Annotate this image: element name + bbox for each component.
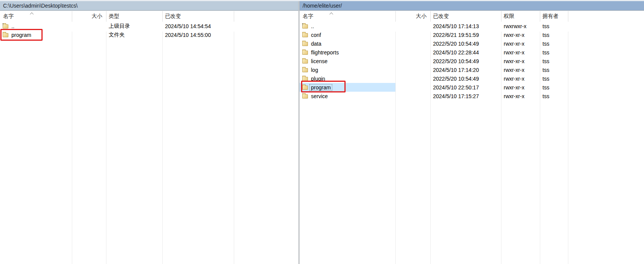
- cell-filler: [568, 39, 644, 48]
- cell-size: [396, 65, 431, 74]
- grid-line: [106, 32, 106, 264]
- local-column-header-type[interactable]: 类型: [106, 11, 163, 22]
- cell-changed: 2022/5/20 10:54:49: [431, 39, 501, 48]
- file-row-program[interactable]: program2024/5/10 22:50:17rwxr-xr-xtss: [300, 83, 644, 92]
- grid-line: [501, 32, 501, 264]
- cell-filler: [568, 74, 644, 83]
- local-file-list: 名字 大小 类型 已改变 ↑..上级目录2024/5/10 14:54:54pr…: [0, 11, 298, 264]
- local-path: C:\Users\admin\Desktop\testcs\: [3, 3, 78, 9]
- column-label: 名字: [303, 13, 313, 20]
- file-row-program[interactable]: program文件夹2024/5/10 14:55:00: [0, 30, 298, 39]
- local-column-header-name[interactable]: 名字: [0, 11, 72, 22]
- remote-file-list: 名字 大小 已改变 权限 拥有者 ↑..2024/5/10 17:14:13rw…: [300, 11, 644, 264]
- cell-perms: rwxr-xr-x: [501, 57, 540, 65]
- local-column-header-size[interactable]: 大小: [72, 11, 106, 22]
- remote-column-header-owner[interactable]: 拥有者: [540, 11, 568, 22]
- file-name: plugin: [310, 76, 326, 82]
- cell-size: [396, 83, 431, 92]
- cell-name: conf: [300, 30, 396, 39]
- file-name: service: [310, 93, 329, 99]
- file-row-plugin[interactable]: plugin2022/5/20 10:54:49rwxr-xr-xtss: [300, 74, 644, 83]
- folder-icon: [302, 86, 308, 90]
- grid-line: [234, 32, 234, 264]
- cell-changed: 2022/5/20 10:54:49: [431, 57, 501, 65]
- remote-path: /home/elite/user/: [303, 3, 342, 9]
- cell-filler: [568, 83, 644, 92]
- grid-line: [162, 32, 163, 264]
- folder-icon: [302, 51, 308, 55]
- remote-column-header-changed[interactable]: 已改变: [431, 11, 501, 22]
- cell-changed: 2024/5/10 22:28:44: [431, 48, 501, 57]
- cell-owner: tss: [540, 39, 568, 48]
- cell-filler: [568, 48, 644, 57]
- cell-owner: tss: [540, 65, 568, 74]
- local-path-bar[interactable]: C:\Users\admin\Desktop\testcs\: [0, 1, 298, 11]
- file-row-parent[interactable]: ↑..2024/5/10 17:14:13rwxrwxr-xtss: [300, 22, 644, 30]
- grid-line: [395, 32, 396, 264]
- grid-line: [72, 32, 72, 264]
- cell-owner: tss: [540, 30, 568, 39]
- file-row-license[interactable]: license2022/5/20 10:54:49rwxr-xr-xtss: [300, 57, 644, 65]
- file-row-conf[interactable]: conf2022/6/21 19:51:59rwxr-xr-xtss: [300, 30, 644, 39]
- cell-size: [396, 74, 431, 83]
- cell-name: log: [300, 65, 396, 74]
- cell-perms: rwxr-xr-x: [501, 30, 540, 39]
- file-name: log: [310, 67, 319, 73]
- cell-size: [396, 30, 431, 39]
- sort-ascending-icon: [30, 13, 34, 16]
- cell-filler: [234, 30, 298, 39]
- remote-list-header: 名字 大小 已改变 权限 拥有者: [300, 11, 644, 22]
- file-name: ..: [310, 23, 315, 29]
- remote-column-header-size[interactable]: 大小: [396, 11, 431, 22]
- cell-filler: [568, 30, 644, 39]
- file-row-service[interactable]: service2024/5/10 17:15:27rwxr-xr-xtss: [300, 92, 644, 100]
- cell-type: 上级目录: [106, 22, 163, 30]
- file-row-log[interactable]: log2024/5/10 17:14:20rwxr-xr-xtss: [300, 65, 644, 74]
- folder-icon: [302, 77, 308, 81]
- folder-icon: [302, 42, 308, 46]
- cell-changed: 2024/5/10 14:54:54: [163, 22, 234, 30]
- local-column-header-filler: [234, 11, 298, 22]
- folder-icon: [302, 68, 308, 72]
- local-column-header-changed[interactable]: 已改变: [163, 11, 234, 22]
- cell-changed: 2024/5/10 14:55:00: [163, 30, 234, 39]
- column-label: 名字: [3, 13, 14, 20]
- remote-column-header-permissions[interactable]: 权限: [501, 11, 540, 22]
- folder-icon: [302, 59, 308, 64]
- column-label: 类型: [109, 13, 119, 20]
- cell-name: program: [0, 30, 72, 39]
- cell-changed: 2024/5/10 22:50:17: [431, 83, 501, 92]
- cell-perms: rwxr-xr-x: [501, 39, 540, 48]
- cell-name: data: [300, 39, 396, 48]
- cell-name: license: [300, 57, 396, 65]
- file-row-flightreports[interactable]: flightreports2024/5/10 22:28:44rwxr-xr-x…: [300, 48, 644, 57]
- cell-filler: [568, 65, 644, 74]
- file-name: program: [10, 32, 32, 38]
- file-row-data[interactable]: data2022/5/20 10:54:49rwxr-xr-xtss: [300, 39, 644, 48]
- column-label: 大小: [416, 13, 427, 20]
- column-label: 已改变: [433, 13, 449, 20]
- cell-owner: tss: [540, 57, 568, 65]
- cell-perms: rwxrwxr-x: [501, 22, 540, 30]
- cell-size: [396, 22, 431, 30]
- file-name: ..: [10, 23, 16, 29]
- cell-name: service: [300, 92, 396, 100]
- file-name: data: [310, 41, 322, 47]
- remote-column-header-name[interactable]: 名字: [300, 11, 396, 22]
- file-row-parent[interactable]: ↑..上级目录2024/5/10 14:54:54: [0, 22, 298, 30]
- cell-changed: 2024/5/10 17:14:20: [431, 65, 501, 74]
- grid-line: [430, 32, 431, 264]
- folder-icon: [302, 94, 308, 99]
- remote-column-header-filler: [568, 11, 644, 22]
- file-transfer-dual-panels: C:\Users\admin\Desktop\testcs\ 名字 大小 类型 …: [0, 0, 644, 264]
- local-panel: C:\Users\admin\Desktop\testcs\ 名字 大小 类型 …: [0, 1, 299, 264]
- cell-changed: 2022/6/21 19:51:59: [431, 30, 501, 39]
- folder-up-icon: ↑: [302, 24, 308, 29]
- folder-up-icon: ↑: [3, 24, 8, 29]
- cell-name: flightreports: [300, 48, 396, 57]
- cell-owner: tss: [540, 83, 568, 92]
- cell-owner: tss: [540, 22, 568, 30]
- cell-filler: [234, 22, 298, 30]
- cell-perms: rwxr-xr-x: [501, 48, 540, 57]
- remote-path-bar[interactable]: /home/elite/user/: [300, 1, 644, 11]
